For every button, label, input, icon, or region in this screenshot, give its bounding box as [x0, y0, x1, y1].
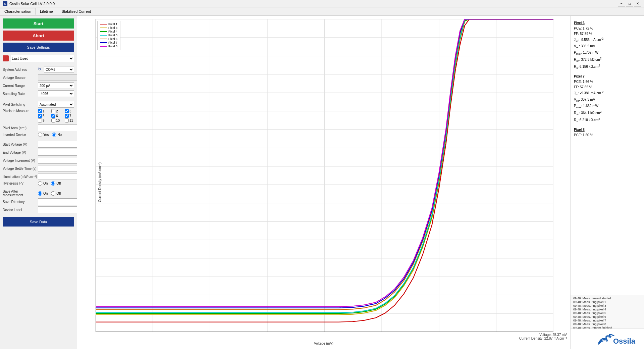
start-voltage-label: Start Voltage (V) — [3, 143, 38, 146]
pixel-7-check[interactable]: 7 — [65, 114, 77, 118]
refresh-icon[interactable]: ↻ — [38, 67, 43, 72]
hysteresis-on-radio[interactable]: On — [38, 181, 48, 186]
left-panel: Start Abort Save Settings Last Used Syst… — [0, 16, 77, 349]
voltage-increment-input[interactable]: 0.050 — [38, 157, 77, 164]
svg-text:Ossila: Ossila — [613, 337, 636, 345]
log-line: 09:48: Measuring pixel 1 — [573, 300, 641, 304]
inverted-yes-radio[interactable]: Yes — [38, 133, 49, 137]
log-line: 09:48: Measuring pixel 7 — [573, 319, 641, 322]
y-axis-label: Current Density (mA.cm⁻²) — [98, 162, 102, 202]
illumination-input[interactable]: 100.000 — [38, 173, 77, 180]
voltage-source-label: Voltage Source — [3, 76, 38, 80]
window-title: Ossila Solar Cell I-V 2.0.0.0 — [9, 2, 55, 6]
title-bar: S Ossila Solar Cell I-V 2.0.0.0 − □ ✕ — [0, 0, 644, 7]
pixel-5-check[interactable]: 5 — [38, 114, 51, 118]
pixel-switching-label: Pixel Switching — [3, 103, 38, 106]
log-line: 09:48: Measuring pixel 6 — [573, 315, 641, 318]
pixel-6-check[interactable]: 6 — [51, 114, 64, 118]
voltage-settle-label: Voltage Settle Time (s) — [3, 167, 38, 170]
tab-stabilised-current[interactable]: Stabilised Current — [57, 8, 95, 15]
current-range-label: Current Range — [3, 84, 38, 88]
log-line: 09:48: Measurement started — [573, 297, 641, 300]
current-range-select[interactable]: 200 µA — [38, 82, 74, 89]
tab-characterisation[interactable]: Characterisation — [0, 8, 36, 15]
hysteresis-off-radio[interactable]: Off — [51, 181, 61, 186]
sampling-rate-select[interactable]: -4096 — [38, 90, 74, 97]
log-line: 09:48: Measuring pixel 8 — [573, 322, 641, 326]
pixel-8-header: Pixel 8 — [574, 127, 641, 133]
pixel-9-check[interactable]: 9 — [38, 118, 51, 122]
last-used-select[interactable]: Last Used — [10, 55, 74, 62]
log-panel: 09:48: Measurement started 09:48: Measur… — [571, 295, 644, 329]
chart-svg: -400 -300 -200 -100 0 100 200 300 400 22… — [96, 19, 553, 332]
end-voltage-input[interactable]: 0.40 — [38, 149, 77, 156]
tab-lifetime[interactable]: Lifetime — [36, 8, 57, 15]
voltage-increment-label: Voltage Increment (V) — [3, 159, 38, 162]
current-density-status: Current Density: 22.87 mA.cm⁻² — [519, 337, 567, 340]
inverted-device-label: Inverted Device — [3, 133, 38, 137]
system-address-select[interactable]: COM5 — [44, 66, 74, 73]
pixel-2-check[interactable]: 2 — [51, 109, 64, 113]
log-line: 09:48: Measuring pixel 3 — [573, 304, 641, 307]
close-button[interactable]: ✕ — [634, 1, 641, 7]
inverted-no-radio[interactable]: No — [52, 133, 62, 137]
voltage-source-input: SMU 1 — [38, 74, 77, 81]
start-voltage-input[interactable]: -0.40 — [38, 141, 77, 148]
chart-status-bar: Voltage: 25.37 mV Current Density: 22.87… — [519, 333, 567, 340]
illumination-label: Illumination (mW·cm⁻²) — [3, 175, 38, 179]
ossila-logo-area: Ossila — [571, 329, 644, 349]
log-line: 09:48: Measuring pixel 4 — [573, 308, 641, 311]
save-dir-input[interactable]: C:\Users\Lab\Experiment — [38, 198, 77, 205]
pixel-switching-select[interactable]: Automated — [38, 101, 74, 108]
save-after-label: Save After Measurement — [3, 190, 38, 197]
pixels-to-measure-label: Pixels to Measure — [3, 109, 38, 113]
x-axis-label: Voltage (mV) — [314, 342, 333, 345]
chart-legend: Pixel 1 Pixel 3 Pixel 4 Pixel 5 Pixel 6 … — [97, 21, 120, 50]
sampling-rate-label: Sampling Rate — [3, 92, 38, 96]
abort-button[interactable]: Abort — [3, 31, 74, 41]
system-address-label: System Address — [3, 68, 38, 71]
app-icon: S — [3, 1, 7, 6]
start-button[interactable]: Start — [3, 18, 74, 29]
device-label-input[interactable]: Device 1 — [38, 206, 77, 213]
end-voltage-label: End Voltage (V) — [3, 151, 38, 154]
save-dir-label: Save Directory — [3, 200, 38, 204]
pixel-area-input[interactable]: 0.0400 — [38, 124, 77, 131]
voltage-status: Voltage: 25.37 mV — [519, 333, 567, 337]
minimize-button[interactable]: − — [618, 1, 625, 7]
info-panel: Pixel 6 PCE: 1.72 % FF: 57.89 % Jsc: -9.… — [570, 16, 644, 349]
pixel-1-check[interactable]: 1 — [38, 109, 51, 113]
menu-bar: Characterisation Lifetime Stabilised Cur… — [0, 7, 644, 16]
save-off-radio[interactable]: Off — [51, 191, 61, 196]
ossila-logo: Ossila — [597, 331, 637, 346]
pixel-10-check[interactable]: 10 — [51, 118, 64, 122]
pixel-11-check[interactable]: 11 — [65, 118, 77, 122]
save-on-radio[interactable]: On — [38, 191, 48, 196]
pixel-6-header: Pixel 6 — [574, 20, 641, 26]
chart-area: Current Density (mA.cm⁻²) Pixel 1 Pixel … — [77, 16, 570, 349]
svg-text:S: S — [4, 2, 6, 5]
metrics-panel: Pixel 6 PCE: 1.72 % FF: 57.89 % Jsc: -9.… — [571, 16, 644, 295]
hysteresis-label: Hysteresis I-V — [3, 182, 38, 185]
device-label-label: Device Label — [3, 208, 38, 212]
log-line: 09:48: Measurement finished — [573, 326, 641, 329]
pixel-7-header: Pixel 7 — [574, 74, 641, 79]
last-used-icon — [3, 55, 9, 61]
save-settings-button[interactable]: Save Settings — [3, 43, 74, 52]
voltage-settle-input[interactable]: 0.000 — [38, 165, 77, 172]
pixel-area-label: Pixel Area (cm²) — [3, 126, 38, 130]
maximize-button[interactable]: □ — [626, 1, 633, 7]
log-line: 09:48: Measuring pixel 5 — [573, 311, 641, 315]
pixel-3-check[interactable]: 3 — [65, 109, 77, 113]
save-data-button[interactable]: Save Data — [3, 217, 74, 227]
